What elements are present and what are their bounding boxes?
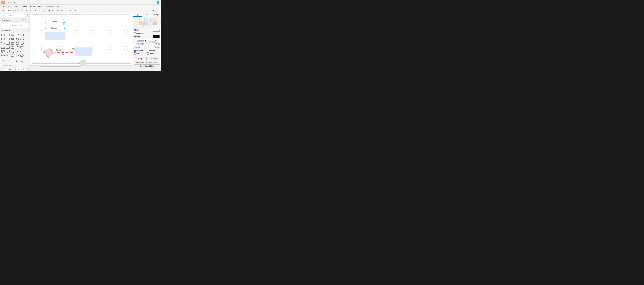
swatch-dot-4[interactable] <box>147 25 148 26</box>
shape-rect3[interactable] <box>6 37 10 41</box>
shape-rectangle[interactable] <box>1 33 5 37</box>
swatch-gray[interactable] <box>149 21 152 25</box>
rounded-checkbox[interactable] <box>134 50 136 52</box>
shape-cloud[interactable] <box>15 45 20 49</box>
shape-loop[interactable] <box>15 54 20 57</box>
tab-text[interactable]: Text <box>142 13 151 17</box>
copy-btn[interactable]: ⧉ <box>39 9 42 12</box>
insert-btn[interactable]: ⊕ <box>69 9 72 12</box>
connector-dotted[interactable] <box>10 59 15 63</box>
shape-callout[interactable] <box>6 49 10 53</box>
line-color-btn[interactable]: ✏ <box>51 9 55 12</box>
shape-rect2[interactable] <box>1 37 5 41</box>
shadow-checkbox[interactable] <box>147 50 149 52</box>
edit-style-btn[interactable]: Edit Style <box>134 57 146 60</box>
fill-color-btn[interactable] <box>153 29 160 31</box>
zoom-in-btn[interactable]: 🔍 <box>20 9 24 12</box>
page-menu-btn[interactable]: ⋮ <box>1 68 5 70</box>
blue-rect-right[interactable] <box>75 47 92 56</box>
copy-style-btn[interactable]: Copy Style <box>134 61 146 64</box>
page-tab-2[interactable]: Page-2 <box>16 68 26 71</box>
swatch-prev-btn[interactable]: ‹ <box>133 21 134 23</box>
shape-delay[interactable] <box>20 45 24 49</box>
shadow-btn[interactable]: ◻ <box>55 9 59 12</box>
search-input[interactable] <box>1 14 26 17</box>
more-shapes-btn[interactable]: + More Shapes... <box>0 63 30 67</box>
shape-cube[interactable] <box>10 41 15 45</box>
shape-person[interactable] <box>10 49 15 53</box>
swatch-lightgreen[interactable] <box>149 18 152 21</box>
redo-btn[interactable]: ↪ <box>29 9 32 12</box>
zoom-select[interactable]: 100% 75% 50% 150% 200% <box>6 9 15 12</box>
shape-text[interactable]: Text <box>10 33 15 37</box>
menu-edit[interactable]: Edit <box>7 5 13 8</box>
collapse-btn[interactable]: ⌃ <box>156 9 160 12</box>
shape-rect-shadow[interactable] <box>6 41 10 45</box>
shape-arrow-right[interactable] <box>20 49 24 53</box>
menu-arrange[interactable]: Arrange <box>20 5 28 8</box>
scratchpad-add-icon[interactable]: + <box>23 19 24 21</box>
paste-style-btn[interactable]: Paste Style <box>147 61 160 64</box>
scratchpad-edit-icon[interactable]: ✎ <box>25 19 26 21</box>
swatch-lightyellow[interactable] <box>136 21 140 25</box>
swatch-white[interactable] <box>136 18 140 21</box>
swatch-lightred[interactable] <box>140 21 144 25</box>
shape-actor[interactable] <box>15 49 20 53</box>
connector-line[interactable] <box>1 59 5 63</box>
scratchpad-help-icon[interactable]: ? <box>21 19 22 21</box>
waypoint-btn[interactable]: ↗ <box>64 9 68 12</box>
edit-image-btn[interactable]: Edit Image <box>147 57 160 60</box>
fill-checkbox[interactable] <box>134 29 136 31</box>
shape-note[interactable] <box>15 33 20 37</box>
connector-wavy[interactable] <box>20 59 24 63</box>
shape-big-arrow[interactable] <box>20 54 24 57</box>
tab-style[interactable]: Style <box>133 13 142 17</box>
shape-pentagon[interactable] <box>15 41 20 45</box>
table-btn[interactable]: ⊞ <box>74 9 77 12</box>
line-color-btn[interactable] <box>153 35 160 38</box>
shape-ellipse[interactable] <box>20 33 24 37</box>
sketch-checkbox[interactable] <box>147 52 149 54</box>
connector-dashed[interactable] <box>6 59 10 63</box>
swatch-dot-6[interactable] <box>150 25 151 26</box>
swatch-dot-5[interactable] <box>148 25 150 26</box>
section-general[interactable]: ▼ General <box>0 29 30 32</box>
shape-parallelogram[interactable] <box>20 37 24 41</box>
menu-help[interactable]: Help <box>37 5 43 8</box>
perimeter-input[interactable] <box>152 42 158 45</box>
fit-page-btn[interactable]: ⤢ <box>148 9 152 12</box>
diamond-container[interactable] <box>42 47 55 59</box>
swatch-next-btn[interactable]: › <box>160 21 160 23</box>
swatch-dot-3[interactable] <box>146 25 146 26</box>
menu-extras[interactable]: Extras <box>29 5 36 8</box>
opacity-input[interactable] <box>151 46 158 49</box>
shape-curve[interactable] <box>6 54 10 57</box>
paste-btn[interactable]: 📋 <box>42 9 46 12</box>
menu-file[interactable]: File <box>2 5 7 8</box>
blue-rect-shape[interactable] <box>45 32 66 40</box>
shape-process[interactable] <box>6 45 10 49</box>
glass-checkbox[interactable] <box>134 52 136 54</box>
shape-double-arrow[interactable] <box>1 54 5 57</box>
shape-trapezoid[interactable] <box>1 45 5 49</box>
zoom-out-btn[interactable]: 🔍 <box>16 9 20 12</box>
swatch-lightblue[interactable] <box>144 18 148 21</box>
gradient-checkbox[interactable] <box>134 32 136 34</box>
shape-rect-dashed[interactable] <box>1 41 5 45</box>
line-checkbox[interactable] <box>134 35 136 37</box>
line-style-select[interactable]: ————— - - - - - · · · · · <box>137 39 147 42</box>
line-width-input[interactable] <box>149 39 155 42</box>
page-tab-1[interactable]: Page-1 <box>5 68 16 71</box>
canvas-scrollbar[interactable] <box>30 65 133 67</box>
menu-view[interactable]: View <box>13 5 20 8</box>
scrollbar-thumb[interactable] <box>40 66 82 67</box>
swatch-lightgray[interactable] <box>140 18 144 21</box>
reset-view-btn[interactable]: ⊡ <box>152 9 156 12</box>
shape-cylinder[interactable] <box>10 37 15 41</box>
swatch-lightorange[interactable] <box>153 18 157 21</box>
undo-btn[interactable]: ↩ <box>25 9 28 12</box>
swatch-dot-2[interactable] <box>144 25 145 26</box>
tab-arrange[interactable]: Arrange <box>151 13 160 17</box>
shape-container[interactable]: Shape <box>46 17 64 29</box>
shape-hexagon[interactable] <box>20 41 24 45</box>
